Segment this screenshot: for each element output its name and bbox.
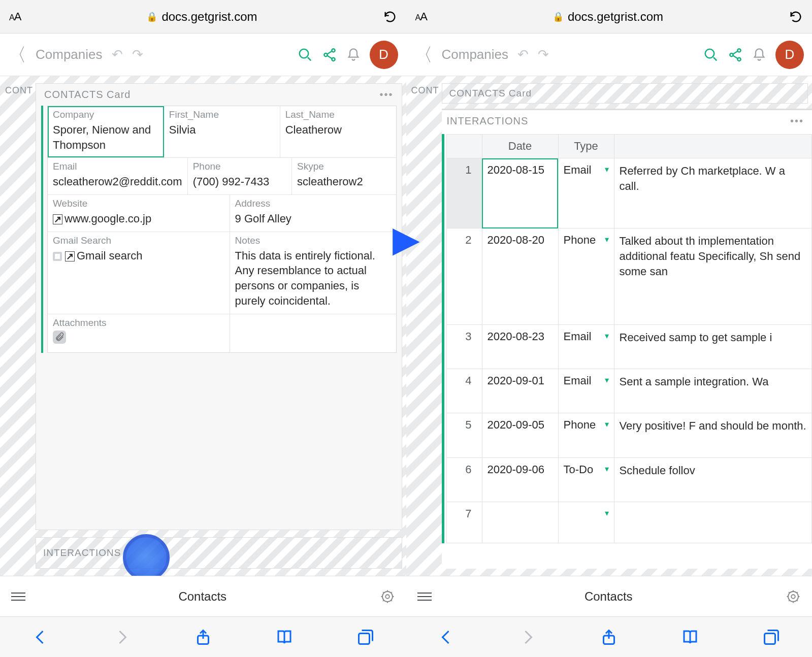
cell-type[interactable]: Phone▾ (558, 228, 614, 325)
reader-aa-icon[interactable]: AA (9, 10, 21, 23)
left-collapsed-tab[interactable]: CONT (411, 85, 439, 96)
row-number[interactable]: 6 (446, 457, 482, 502)
undo-icon[interactable]: ↶ (517, 47, 529, 62)
hamburger-icon[interactable] (417, 593, 432, 601)
safari-tabs-icon[interactable] (762, 628, 781, 646)
cell-type[interactable]: Email▾ (558, 369, 614, 413)
safari-back-icon[interactable] (437, 628, 456, 646)
reader-aa-icon[interactable]: AA (415, 10, 427, 23)
cell-date[interactable]: 2020-09-05 (482, 413, 558, 457)
row-number[interactable]: 7 (446, 502, 482, 543)
cell-date[interactable]: 2020-08-15 (482, 158, 558, 228)
row-number[interactable]: 3 (446, 324, 482, 369)
bell-icon[interactable] (346, 48, 361, 62)
safari-share-icon[interactable] (194, 628, 212, 646)
field-first-name[interactable]: First_Name Silvia (164, 106, 280, 157)
cell-notes[interactable]: Received samp to get sample i (614, 324, 812, 369)
back-icon[interactable]: 〈 (414, 46, 433, 64)
cell-date[interactable]: 2020-09-06 (482, 457, 558, 502)
back-icon[interactable]: 〈 (8, 46, 26, 64)
chevron-down-icon[interactable]: ▾ (605, 508, 609, 518)
cell-type[interactable]: Phone▾ (558, 413, 614, 457)
cell-notes[interactable]: Sent a sample integration. Wa (614, 369, 812, 413)
share-icon[interactable] (322, 47, 337, 62)
chevron-down-icon[interactable]: ▾ (605, 375, 609, 385)
external-link-icon[interactable] (53, 212, 64, 225)
cell-type[interactable]: Email▾ (558, 158, 614, 228)
undo-icon[interactable]: ↶ (112, 47, 123, 62)
field-skype[interactable]: Skype scleatherow2 (292, 158, 396, 194)
search-icon[interactable] (703, 47, 719, 62)
bell-icon[interactable] (752, 48, 766, 62)
left-collapsed-tab[interactable]: CONT (5, 85, 33, 96)
safari-bookmarks-icon[interactable] (681, 628, 699, 646)
field-email[interactable]: Email scleatherow2@reddit.com (48, 158, 188, 194)
chevron-down-icon[interactable]: ▾ (605, 464, 609, 474)
contacts-card-collapsed-strip[interactable]: CONTACTS Card (442, 83, 808, 104)
field-gmail-search[interactable]: Gmail Search Gmail search (48, 232, 230, 314)
field-notes[interactable]: Notes This data is entirely fictional. A… (230, 232, 396, 314)
field-attachments[interactable]: Attachments (48, 314, 230, 353)
safari-forward-icon[interactable] (518, 628, 537, 646)
row-number[interactable]: 1 (446, 158, 482, 228)
col-date[interactable]: Date (482, 135, 558, 158)
cell-notes[interactable]: Referred by Ch marketplace. W a call. (614, 158, 812, 228)
safari-forward-icon[interactable] (113, 628, 131, 646)
safari-share-icon[interactable] (600, 628, 618, 646)
reload-icon[interactable] (789, 10, 803, 24)
table-row[interactable]: 32020-08-23Email▾Received samp to get sa… (446, 324, 812, 369)
row-number[interactable]: 5 (446, 413, 482, 457)
chevron-down-icon[interactable]: ▾ (605, 235, 609, 244)
field-company[interactable]: Company Sporer, Nienow and Thompson (48, 106, 164, 157)
cell-date[interactable]: 2020-08-20 (482, 228, 558, 325)
avatar[interactable]: D (775, 41, 804, 69)
cell-notes[interactable]: Talked about th implementation additiona… (614, 228, 812, 325)
field-last-name[interactable]: Last_Name Cleatherow (280, 106, 396, 157)
col-type[interactable]: Type (558, 135, 614, 158)
hamburger-icon[interactable] (11, 593, 25, 601)
row-number[interactable]: 2 (446, 228, 482, 325)
interactions-collapsed-strip[interactable]: INTERACTIONS (36, 537, 402, 569)
table-row[interactable]: 22020-08-20Phone▾Talked about th impleme… (446, 228, 812, 325)
field-phone[interactable]: Phone (700) 992-7433 (188, 158, 292, 194)
chevron-down-icon[interactable]: ▾ (605, 165, 609, 174)
table-row[interactable]: 42020-09-01Email▾Sent a sample integrati… (446, 369, 812, 413)
gear-icon[interactable] (786, 589, 801, 604)
share-icon[interactable] (728, 47, 743, 62)
card-menu-icon[interactable]: ••• (379, 89, 393, 101)
breadcrumb[interactable]: Companies (36, 47, 103, 62)
safari-bookmarks-icon[interactable] (275, 628, 294, 646)
safari-back-icon[interactable] (31, 628, 50, 646)
url-display[interactable]: 🔒 docs.getgrist.com (433, 10, 783, 24)
cell-date[interactable] (482, 502, 558, 543)
table-row[interactable]: 52020-09-05Phone▾Very positive! F and sh… (446, 413, 812, 457)
breadcrumb[interactable]: Companies (442, 47, 509, 62)
redo-icon[interactable]: ↷ (538, 47, 549, 62)
chevron-down-icon[interactable]: ▾ (605, 331, 609, 341)
table-menu-icon[interactable]: ••• (790, 115, 804, 127)
external-link-icon[interactable] (65, 249, 77, 262)
row-number[interactable]: 4 (446, 369, 482, 413)
search-icon[interactable] (298, 47, 313, 62)
cell-date[interactable]: 2020-09-01 (482, 369, 558, 413)
col-notes[interactable] (614, 135, 812, 158)
cell-date[interactable]: 2020-08-23 (482, 324, 558, 369)
safari-tabs-icon[interactable] (356, 628, 375, 646)
field-website[interactable]: Website www.google.co.jp (48, 195, 230, 232)
cell-notes[interactable]: Schedule follov (614, 457, 812, 502)
table-row[interactable]: 7▾ (446, 502, 812, 543)
cell-notes[interactable]: Very positive! F and should be month. (614, 413, 812, 457)
cell-notes[interactable] (614, 502, 812, 543)
table-row[interactable]: 12020-08-15Email▾Referred by Ch marketpl… (446, 158, 812, 228)
col-rownum[interactable] (446, 135, 482, 158)
field-address[interactable]: Address 9 Golf Alley (230, 195, 396, 232)
redo-icon[interactable]: ↷ (132, 47, 143, 62)
table-row[interactable]: 62020-09-06To-Do▾Schedule follov (446, 457, 812, 502)
reload-icon[interactable] (383, 10, 397, 24)
cell-type[interactable]: Email▾ (558, 324, 614, 369)
cell-type[interactable]: To-Do▾ (558, 457, 614, 502)
url-display[interactable]: 🔒 docs.getgrist.com (27, 10, 376, 24)
cell-type[interactable]: ▾ (558, 502, 614, 543)
chevron-down-icon[interactable]: ▾ (605, 419, 609, 429)
gear-icon[interactable] (380, 589, 395, 604)
